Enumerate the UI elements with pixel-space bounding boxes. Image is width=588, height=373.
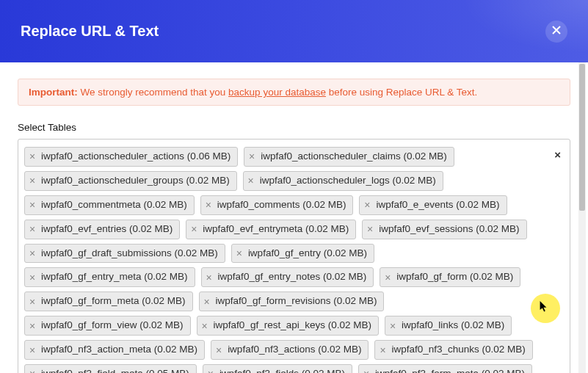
chip-label: iwpfaf0_nf3_actions (0.02 MB) <box>228 343 361 357</box>
remove-chip-icon[interactable]: × <box>28 272 37 283</box>
table-chip[interactable]: ×iwpfaf0_actionscheduler_groups (0.02 MB… <box>24 171 237 191</box>
chip-label: iwpfaf0_gf_form_view (0.02 MB) <box>41 319 184 333</box>
table-chip[interactable]: ×iwpfaf0_gf_rest_api_keys (0.02 MB) <box>197 316 379 336</box>
table-chip[interactable]: ×iwpfaf0_actionscheduler_logs (0.02 MB) <box>243 171 443 191</box>
table-chip[interactable]: ×iwpfaf0_nf3_chunks (0.02 MB) <box>374 340 532 360</box>
table-chip[interactable]: ×iwpfaf0_nf3_form_meta (0.02 MB) <box>358 364 532 373</box>
table-multiselect[interactable]: ×iwpfaf0_actionscheduler_actions (0.06 M… <box>18 139 570 373</box>
table-chip[interactable]: ×iwpfaf0_gf_entry_notes (0.02 MB) <box>201 267 374 287</box>
table-chip[interactable]: ×iwpfaf0_evf_entrymeta (0.02 MB) <box>186 220 356 239</box>
chip-label: iwpfaf0_evf_entrymeta (0.02 MB) <box>203 222 349 236</box>
chip-label: iwpfaf0_comments (0.02 MB) <box>217 198 346 212</box>
chip-label: iwpfaf0_links (0.02 MB) <box>402 319 504 333</box>
table-chip[interactable]: ×iwpfaf0_commentmeta (0.02 MB) <box>24 195 195 215</box>
remove-chip-icon[interactable]: × <box>28 369 37 373</box>
remove-chip-icon[interactable]: × <box>363 200 371 210</box>
close-icon <box>551 25 562 37</box>
remove-chip-icon[interactable]: × <box>388 321 397 331</box>
remove-chip-icon[interactable]: × <box>204 200 213 210</box>
remove-chip-icon[interactable]: × <box>189 224 198 234</box>
table-chip[interactable]: ×iwpfaf0_evf_sessions (0.02 MB) <box>362 220 526 239</box>
table-chip[interactable]: ×iwpfaf0_nf3_field_meta (0.05 MB) <box>24 364 197 373</box>
remove-chip-icon[interactable]: × <box>28 248 37 258</box>
table-chip[interactable]: ×iwpfaf0_nf3_actions (0.02 MB) <box>211 340 369 360</box>
chip-label: iwpfaf0_gf_entry_meta (0.02 MB) <box>41 270 188 284</box>
table-chip[interactable]: ×iwpfaf0_gf_form_view (0.02 MB) <box>24 316 191 336</box>
table-chip[interactable]: ×iwpfaf0_evf_entries (0.02 MB) <box>24 220 180 239</box>
table-chip[interactable]: ×iwpfaf0_gf_entry (0.02 MB) <box>231 244 374 264</box>
table-chip[interactable]: ×iwpfaf0_e_events (0.02 MB) <box>359 195 507 215</box>
remove-chip-icon[interactable]: × <box>206 369 215 373</box>
remove-chip-icon[interactable]: × <box>383 272 392 283</box>
chip-label: iwpfaf0_evf_sessions (0.02 MB) <box>379 222 519 236</box>
remove-chip-icon[interactable]: × <box>28 175 37 186</box>
modal-body: Important: We strongly recommend that yo… <box>0 62 588 373</box>
chip-label: iwpfaf0_e_events (0.02 MB) <box>376 198 499 212</box>
remove-chip-icon[interactable]: × <box>28 200 37 210</box>
notice-strong: Important: <box>29 87 78 98</box>
remove-chip-icon[interactable]: × <box>200 321 209 331</box>
remove-chip-icon[interactable]: × <box>214 345 223 355</box>
chip-label: iwpfaf0_gf_form_revisions (0.02 MB) <box>216 294 377 308</box>
chip-label: iwpfaf0_nf3_fields (0.02 MB) <box>219 367 345 373</box>
select-tables-label: Select Tables <box>18 122 570 133</box>
remove-chip-icon[interactable]: × <box>28 151 37 162</box>
notice-pre: We strongly recommend that you <box>78 87 228 98</box>
chip-label: iwpfaf0_actionscheduler_groups (0.02 MB) <box>41 174 230 188</box>
chip-label: iwpfaf0_actionscheduler_logs (0.02 MB) <box>260 174 436 188</box>
chip-label: iwpfaf0_nf3_form_meta (0.02 MB) <box>375 367 525 373</box>
remove-chip-icon[interactable]: × <box>205 272 214 283</box>
table-chip[interactable]: ×iwpfaf0_links (0.02 MB) <box>385 316 512 336</box>
remove-chip-icon[interactable]: × <box>28 224 37 234</box>
remove-chip-icon[interactable]: × <box>235 248 244 258</box>
table-chip[interactable]: ×iwpfaf0_gf_form_meta (0.02 MB) <box>24 291 193 311</box>
chip-label: iwpfaf0_evf_entries (0.02 MB) <box>41 222 173 236</box>
remove-chip-icon[interactable]: × <box>203 297 211 307</box>
table-chip[interactable]: ×iwpfaf0_nf3_fields (0.02 MB) <box>203 364 352 373</box>
table-chip[interactable]: ×iwpfaf0_comments (0.02 MB) <box>200 195 354 215</box>
modal-header: Replace URL & Text <box>0 0 588 62</box>
modal-title: Replace URL & Text <box>21 23 159 40</box>
table-chip[interactable]: ×iwpfaf0_actionscheduler_claims (0.02 MB… <box>244 147 454 167</box>
remove-chip-icon[interactable]: × <box>28 297 37 307</box>
chip-label: iwpfaf0_commentmeta (0.02 MB) <box>41 198 187 212</box>
remove-chip-icon[interactable]: × <box>247 175 255 186</box>
close-button[interactable] <box>545 21 567 43</box>
chip-label: iwpfaf0_gf_entry (0.02 MB) <box>248 247 367 261</box>
clear-all-button[interactable]: × <box>553 147 562 162</box>
table-chip[interactable]: ×iwpfaf0_gf_form (0.02 MB) <box>380 267 520 287</box>
table-chip[interactable]: ×iwpfaf0_gf_form_revisions (0.02 MB) <box>199 291 385 311</box>
chip-label: iwpfaf0_gf_draft_submissions (0.02 MB) <box>41 247 218 261</box>
chip-label: iwpfaf0_gf_form_meta (0.02 MB) <box>41 294 186 308</box>
warning-notice: Important: We strongly recommend that yo… <box>18 79 570 106</box>
scrollbar[interactable] <box>578 62 586 373</box>
remove-chip-icon[interactable]: × <box>28 345 37 355</box>
chip-label: iwpfaf0_gf_form (0.02 MB) <box>396 270 513 284</box>
remove-chip-icon[interactable]: × <box>366 224 374 234</box>
chip-label: iwpfaf0_nf3_field_meta (0.05 MB) <box>41 367 189 373</box>
chip-label: iwpfaf0_gf_entry_notes (0.02 MB) <box>218 270 367 284</box>
scrollbar-thumb[interactable] <box>579 64 585 211</box>
chip-label: iwpfaf0_gf_rest_api_keys (0.02 MB) <box>214 319 371 333</box>
table-chip[interactable]: ×iwpfaf0_gf_draft_submissions (0.02 MB) <box>24 244 225 264</box>
remove-chip-icon[interactable]: × <box>247 151 256 162</box>
backup-link[interactable]: backup your database <box>228 87 326 98</box>
table-chip[interactable]: ×iwpfaf0_actionscheduler_actions (0.06 M… <box>24 147 238 167</box>
table-chip[interactable]: ×iwpfaf0_gf_entry_meta (0.02 MB) <box>24 267 195 287</box>
chip-label: iwpfaf0_actionscheduler_actions (0.06 MB… <box>41 150 231 164</box>
remove-chip-icon[interactable]: × <box>28 321 37 331</box>
remove-chip-icon[interactable]: × <box>362 369 371 373</box>
notice-post: before using Replace URL & Text. <box>326 87 477 98</box>
remove-chip-icon[interactable]: × <box>378 345 387 355</box>
chip-label: iwpfaf0_nf3_action_meta (0.02 MB) <box>41 343 197 357</box>
chip-label: iwpfaf0_actionscheduler_claims (0.02 MB) <box>261 150 447 164</box>
chip-label: iwpfaf0_nf3_chunks (0.02 MB) <box>391 343 525 357</box>
table-chip[interactable]: ×iwpfaf0_nf3_action_meta (0.02 MB) <box>24 340 205 360</box>
